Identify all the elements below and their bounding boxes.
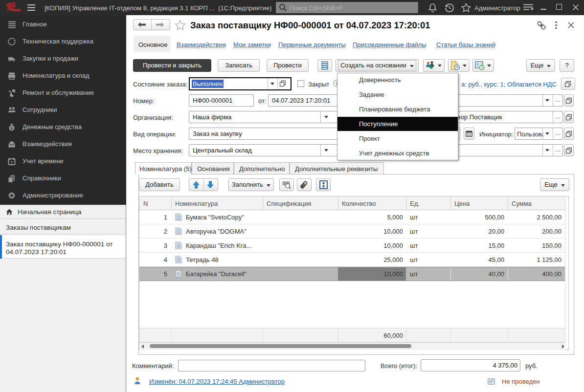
svg-text:$: $ xyxy=(11,126,13,131)
svg-text:7: 7 xyxy=(11,160,13,165)
